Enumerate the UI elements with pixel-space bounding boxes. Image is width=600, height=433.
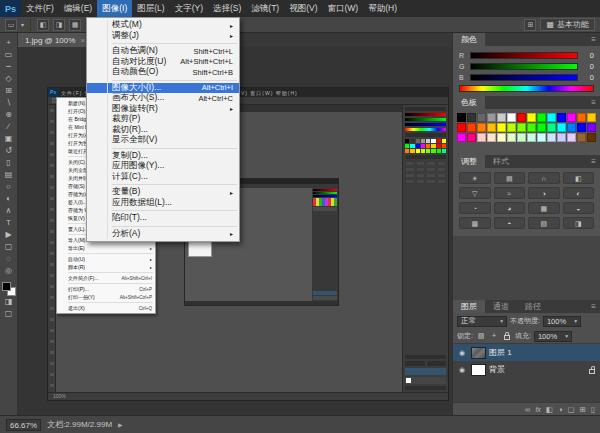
layer-mask-icon[interactable]: ◧ — [546, 405, 553, 414]
hand-tool[interactable]: ◌ — [1, 253, 17, 265]
swatch[interactable] — [517, 113, 526, 122]
swatch[interactable] — [487, 123, 496, 132]
panel-menu-icon[interactable]: ≡ — [591, 96, 600, 109]
eyedropper-tool[interactable]: ∖ — [1, 97, 17, 109]
swatch[interactable] — [477, 133, 486, 142]
black-white-icon[interactable]: ◐ — [563, 187, 595, 199]
spot-healing-brush-tool[interactable]: ⊕ — [1, 109, 17, 121]
tab-layers[interactable]: 图层 — [453, 300, 485, 313]
selective-color-icon[interactable]: ◨ — [563, 217, 595, 229]
horizontal-type-tool[interactable]: T — [1, 217, 17, 229]
swatch[interactable] — [527, 123, 536, 132]
menu-item[interactable]: 调整(J)▸ — [87, 31, 239, 42]
lock-transparent-pixels-icon[interactable]: ▨ — [476, 331, 486, 341]
red-channel-slider[interactable] — [470, 52, 578, 59]
swatch[interactable] — [507, 113, 516, 122]
status-options-arrow-icon[interactable]: ▶ — [118, 421, 123, 428]
menu-item[interactable]: 显示全部(V) — [87, 135, 239, 146]
pen-tool[interactable]: ∧ — [1, 205, 17, 217]
menu-item[interactable]: 自动颜色(O)Shift+Ctrl+B — [87, 67, 239, 78]
red-channel-value[interactable]: 0 — [582, 51, 594, 60]
swatch[interactable] — [577, 123, 586, 132]
swatch[interactable] — [557, 133, 566, 142]
arrange-documents-icon[interactable]: ⊞ — [524, 19, 536, 31]
posterize-icon[interactable]: ▩ — [459, 217, 491, 229]
opacity-select[interactable]: 100% ▾ — [543, 316, 581, 327]
layer-row-selected[interactable]: ◉ 图层 1 — [453, 344, 600, 361]
swatch[interactable] — [487, 113, 496, 122]
layer-group-icon[interactable]: ▢ — [567, 405, 574, 414]
crop-tool[interactable]: ⊞ — [1, 85, 17, 97]
swatch[interactable] — [457, 123, 466, 132]
exposure-icon[interactable]: ◧ — [563, 172, 595, 184]
swatch[interactable] — [517, 123, 526, 132]
quick-selection-tool[interactable]: ◇ — [1, 73, 17, 85]
swatch[interactable] — [487, 133, 496, 142]
swatch[interactable] — [477, 113, 486, 122]
swatch[interactable] — [587, 113, 596, 122]
swatch[interactable] — [547, 123, 556, 132]
document-tab[interactable]: 1.jpg @ 100% × — [18, 33, 93, 47]
menu-item[interactable]: 应用图像(Y)... — [87, 161, 239, 172]
visibility-eye-icon[interactable]: ◉ — [456, 366, 468, 374]
layer-thumbnail[interactable] — [471, 364, 486, 376]
menu-item[interactable]: 陷印(T)... — [87, 213, 239, 224]
menubar-item[interactable]: 编辑(E) — [59, 0, 97, 17]
swatch[interactable] — [537, 133, 546, 142]
swatch[interactable] — [577, 133, 586, 142]
menubar-item[interactable]: 文件(F) — [21, 0, 59, 17]
swatch[interactable] — [547, 113, 556, 122]
delete-layer-icon[interactable]: ▯ — [591, 405, 595, 414]
panel-menu-icon[interactable]: ≡ — [591, 300, 600, 313]
swatch[interactable] — [587, 123, 596, 132]
tool-preset-caret-icon[interactable]: ▾ — [21, 21, 24, 28]
layer-name[interactable]: 背景 — [489, 364, 505, 375]
color-lookup-icon[interactable]: ▦ — [528, 202, 560, 214]
adjustment-layer-icon[interactable]: ◑ — [558, 405, 563, 414]
selection-add-icon[interactable]: ◨ — [53, 19, 65, 31]
tab-channels[interactable]: 通道 — [485, 300, 517, 313]
swatch[interactable] — [587, 133, 596, 142]
layer-style-icon[interactable]: fx — [535, 406, 540, 413]
layer-name[interactable]: 图层 1 — [489, 347, 512, 358]
tab-styles[interactable]: 样式 — [485, 155, 517, 168]
selection-new-icon[interactable]: ◧ — [37, 19, 49, 31]
brush-tool[interactable]: ∕ — [1, 121, 17, 133]
menu-item[interactable]: 模式(M)▸ — [87, 20, 239, 31]
lock-position-icon[interactable]: + — [489, 331, 499, 341]
tab-color[interactable]: 颜色 — [453, 33, 485, 46]
swatch[interactable] — [507, 123, 516, 132]
swatch[interactable] — [477, 123, 486, 132]
color-balance-icon[interactable]: ◑ — [528, 187, 560, 199]
menu-item[interactable]: 自动对比度(U)Alt+Shift+Ctrl+L — [87, 57, 239, 68]
swatch[interactable] — [467, 123, 476, 132]
fill-select[interactable]: 100% ▾ — [534, 331, 572, 342]
visibility-eye-icon[interactable]: ◉ — [456, 349, 468, 357]
panel-menu-icon[interactable]: ≡ — [591, 33, 600, 46]
vibrance-icon[interactable]: ▽ — [459, 187, 491, 199]
swatch[interactable] — [527, 133, 536, 142]
swatch[interactable] — [567, 113, 576, 122]
rectangular-marquee-tool[interactable]: ▭ — [1, 49, 17, 61]
tab-adjustments[interactable]: 调整 — [453, 155, 485, 168]
swatch[interactable] — [457, 113, 466, 122]
layer-thumbnail[interactable] — [471, 347, 486, 359]
eraser-tool[interactable]: ▯ — [1, 157, 17, 169]
swatch[interactable] — [497, 123, 506, 132]
blue-channel-value[interactable]: 0 — [582, 73, 594, 82]
swatch[interactable] — [467, 133, 476, 142]
menubar-item[interactable]: 图层(L) — [132, 0, 169, 17]
new-layer-icon[interactable]: ⊞ — [580, 405, 586, 414]
rectangle-shape-tool[interactable]: ▢ — [1, 241, 17, 253]
blue-channel-slider[interactable] — [470, 74, 578, 81]
swatch[interactable] — [507, 133, 516, 142]
swatch[interactable] — [557, 123, 566, 132]
swatch[interactable] — [567, 133, 576, 142]
menubar-item[interactable]: 选择(S) — [208, 0, 246, 17]
dodge-tool[interactable]: ◐ — [1, 193, 17, 205]
menubar-item[interactable]: 帮助(H) — [363, 0, 402, 17]
swatch[interactable] — [537, 113, 546, 122]
selection-subtract-icon[interactable]: ▦ — [69, 19, 81, 31]
invert-icon[interactable]: ◒ — [563, 202, 595, 214]
swatch[interactable] — [557, 113, 566, 122]
